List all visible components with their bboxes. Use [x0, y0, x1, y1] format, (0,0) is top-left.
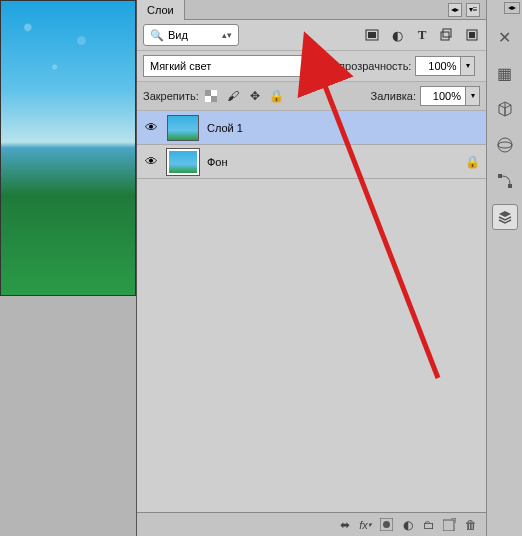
- document-image[interactable]: [0, 0, 136, 296]
- fill-dropdown-icon[interactable]: ▾: [466, 86, 480, 106]
- svg-rect-3: [441, 32, 449, 40]
- filter-type-label: Вид: [168, 29, 188, 41]
- updown-icon: ▴▾: [222, 30, 232, 40]
- filter-shape-icon[interactable]: [439, 27, 455, 43]
- lock-fill-row: Закрепить: 🖌 ✥ 🔒 Заливка: 100% ▾: [137, 82, 486, 111]
- blend-opacity-row: Мягкий свет ▴▾ Непрозрачность: 100% ▾: [137, 51, 486, 82]
- svg-rect-1: [368, 32, 376, 38]
- filter-adjustment-icon[interactable]: ◐: [389, 27, 405, 43]
- cube3d-dock-icon[interactable]: [492, 96, 518, 122]
- right-dock: ◂▸ ✕ ▦: [486, 0, 522, 536]
- collapse-panel-icon[interactable]: ◂▸: [448, 3, 462, 17]
- svg-rect-5: [469, 32, 475, 38]
- layer-name-label[interactable]: Фон: [207, 156, 228, 168]
- adjustment-layer-icon[interactable]: ◐: [400, 517, 415, 532]
- layer-style-icon[interactable]: fx▾: [358, 517, 373, 532]
- blend-mode-select[interactable]: Мягкий свет ▴▾: [143, 55, 321, 77]
- svg-rect-11: [443, 520, 454, 531]
- filter-type-icon[interactable]: T: [414, 27, 430, 43]
- lock-pixels-icon[interactable]: 🖌: [225, 89, 241, 103]
- search-icon: 🔍: [150, 29, 164, 42]
- layers-list: 👁 Слой 1 👁 Фон 🔒: [137, 111, 486, 512]
- svg-point-10: [383, 521, 390, 528]
- link-layers-icon[interactable]: ⬌: [337, 517, 352, 532]
- path-dock-icon[interactable]: [492, 168, 518, 194]
- lock-icon: 🔒: [465, 155, 480, 169]
- layer-name-label[interactable]: Слой 1: [207, 122, 243, 134]
- tab-layers[interactable]: Слои: [137, 0, 185, 20]
- lock-transparency-icon[interactable]: [203, 89, 219, 103]
- layer-thumbnail[interactable]: [167, 115, 199, 141]
- lock-all-icon[interactable]: 🔒: [269, 89, 285, 103]
- lock-position-icon[interactable]: ✥: [247, 89, 263, 103]
- layers-panel: Слои ◂▸ ▾≡ 🔍 Вид ▴▾ ◐ T Мягкий свет: [136, 0, 486, 536]
- new-layer-icon[interactable]: [442, 517, 457, 532]
- opacity-label: Непрозрачность:: [325, 60, 411, 72]
- swatches-dock-icon[interactable]: ▦: [492, 60, 518, 86]
- delete-layer-icon[interactable]: 🗑: [463, 517, 478, 532]
- group-icon[interactable]: 🗀: [421, 517, 436, 532]
- filter-row: 🔍 Вид ▴▾ ◐ T: [137, 20, 486, 51]
- filter-type-select[interactable]: 🔍 Вид ▴▾: [143, 24, 239, 46]
- fill-input[interactable]: 100%: [420, 86, 466, 106]
- svg-rect-14: [498, 174, 502, 178]
- lock-label: Закрепить:: [143, 90, 199, 102]
- panel-footer: ⬌ fx▾ ◐ 🗀 🗑: [137, 512, 486, 536]
- tools-dock-icon[interactable]: ✕: [492, 24, 518, 50]
- sphere-dock-icon[interactable]: [492, 132, 518, 158]
- panel-tab-bar: Слои ◂▸ ▾≡: [137, 0, 486, 20]
- layer-item[interactable]: 👁 Слой 1: [137, 111, 486, 145]
- svg-point-12: [498, 138, 512, 152]
- svg-rect-15: [508, 184, 512, 188]
- svg-rect-2: [443, 29, 451, 37]
- visibility-toggle-icon[interactable]: 👁: [143, 120, 159, 136]
- layer-thumbnail[interactable]: [167, 149, 199, 175]
- layer-item[interactable]: 👁 Фон 🔒: [137, 145, 486, 179]
- panel-menu-icon[interactable]: ▾≡: [466, 3, 480, 17]
- svg-rect-8: [211, 96, 217, 102]
- updown-icon: ▴▾: [304, 61, 314, 71]
- fill-label: Заливка:: [371, 90, 416, 102]
- dock-collapse-icon[interactable]: ◂▸: [504, 2, 520, 14]
- filter-pixel-icon[interactable]: [364, 27, 380, 43]
- svg-point-13: [498, 142, 512, 148]
- opacity-dropdown-icon[interactable]: ▾: [461, 56, 475, 76]
- canvas-area: [0, 0, 136, 536]
- layers-dock-icon[interactable]: [492, 204, 518, 230]
- blend-mode-value: Мягкий свет: [150, 60, 211, 72]
- visibility-toggle-icon[interactable]: 👁: [143, 154, 159, 170]
- layer-mask-icon[interactable]: [379, 517, 394, 532]
- opacity-input[interactable]: 100%: [415, 56, 461, 76]
- svg-rect-7: [205, 90, 211, 96]
- filter-smartobj-icon[interactable]: [464, 27, 480, 43]
